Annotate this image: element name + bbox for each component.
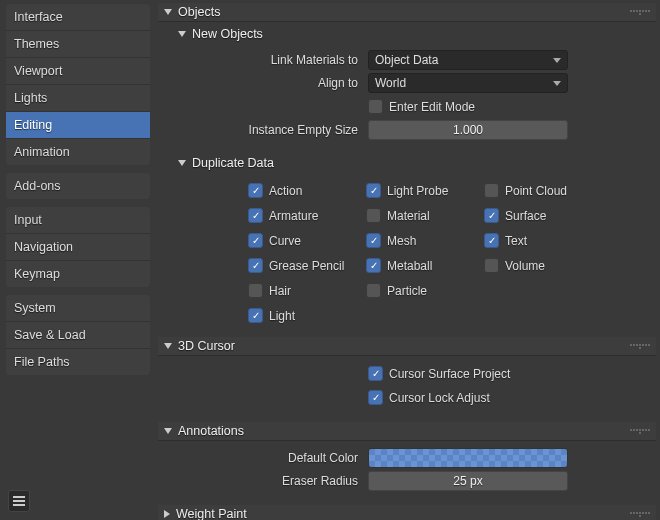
chevron-down-icon	[553, 81, 561, 86]
duplicate-particle-label: Particle	[387, 284, 427, 298]
cursor3d-body: Cursor Surface Project Cursor Lock Adjus…	[158, 356, 656, 419]
sidebar-item-file-paths[interactable]: File Paths	[6, 349, 150, 375]
link-materials-select[interactable]: Object Data	[368, 50, 568, 70]
sidebar-item-keymap[interactable]: Keymap	[6, 261, 150, 287]
sidebar-item-save-load[interactable]: Save & Load	[6, 322, 150, 349]
preferences-sidebar: InterfaceThemesViewportLightsEditingAnim…	[0, 0, 156, 520]
subsection-new-objects[interactable]: New Objects	[158, 25, 656, 43]
duplicate-volume-label: Volume	[505, 259, 545, 273]
sidebar-item-themes[interactable]: Themes	[6, 31, 150, 58]
duplicate-data-item: Surface	[484, 208, 594, 223]
eraser-radius-value: 25 px	[453, 474, 482, 488]
drag-grip-icon[interactable]	[630, 8, 650, 16]
duplicate-volume-checkbox[interactable]	[484, 258, 499, 273]
duplicate-point-cloud-checkbox[interactable]	[484, 183, 499, 198]
duplicate-grease-pencil-label: Grease Pencil	[269, 259, 344, 273]
duplicate-data-item: Mesh	[366, 233, 476, 248]
duplicate-surface-checkbox[interactable]	[484, 208, 499, 223]
section-weight-paint[interactable]: Weight Paint	[158, 505, 656, 520]
instance-empty-size-value: 1.000	[453, 123, 483, 137]
duplicate-curve-label: Curve	[269, 234, 301, 248]
section-annotations[interactable]: Annotations	[158, 422, 656, 441]
link-materials-value: Object Data	[375, 53, 438, 67]
eraser-radius-field[interactable]: 25 px	[368, 471, 568, 491]
align-to-select[interactable]: World	[368, 73, 568, 93]
duplicate-action-checkbox[interactable]	[248, 183, 263, 198]
sidebar-group: InterfaceThemesViewportLightsEditingAnim…	[6, 4, 150, 165]
duplicate-data-item: Material	[366, 208, 476, 223]
caret-down-icon	[178, 160, 186, 166]
duplicate-text-checkbox[interactable]	[484, 233, 499, 248]
link-materials-label: Link Materials to	[168, 53, 368, 67]
duplicate-light-probe-checkbox[interactable]	[366, 183, 381, 198]
duplicate-data-item: Metaball	[366, 258, 476, 273]
default-color-label: Default Color	[168, 451, 368, 465]
duplicate-mesh-checkbox[interactable]	[366, 233, 381, 248]
hamburger-icon	[13, 500, 25, 502]
duplicate-hair-checkbox[interactable]	[248, 283, 263, 298]
sidebar-item-lights[interactable]: Lights	[6, 85, 150, 112]
sidebar-item-animation[interactable]: Animation	[6, 139, 150, 165]
sidebar-item-navigation[interactable]: Navigation	[6, 234, 150, 261]
section-3d-cursor-title: 3D Cursor	[178, 339, 235, 353]
sidebar-group: InputNavigationKeymap	[6, 207, 150, 287]
new-objects-body: Link Materials to Object Data Align to W…	[158, 43, 656, 151]
hamburger-menu-button[interactable]	[8, 490, 30, 512]
preferences-main: Objects New Objects Link Materials to Ob…	[156, 0, 660, 520]
section-3d-cursor[interactable]: 3D Cursor	[158, 337, 656, 356]
sidebar-item-viewport[interactable]: Viewport	[6, 58, 150, 85]
enter-edit-mode-checkbox[interactable]	[368, 99, 383, 114]
duplicate-metaball-label: Metaball	[387, 259, 432, 273]
enter-edit-mode-label: Enter Edit Mode	[389, 100, 475, 114]
duplicate-mesh-label: Mesh	[387, 234, 416, 248]
chevron-down-icon	[553, 58, 561, 63]
subsection-duplicate-data[interactable]: Duplicate Data	[158, 154, 656, 172]
duplicate-data-item: Curve	[248, 233, 358, 248]
subsection-duplicate-data-title: Duplicate Data	[192, 156, 274, 170]
duplicate-data-item: Point Cloud	[484, 183, 594, 198]
duplicate-data-item: Light Probe	[366, 183, 476, 198]
annotations-body: Default Color Eraser Radius 25 px	[158, 441, 656, 502]
sidebar-item-add-ons[interactable]: Add-ons	[6, 173, 150, 199]
eraser-radius-label: Eraser Radius	[168, 474, 368, 488]
duplicate-material-label: Material	[387, 209, 430, 223]
duplicate-light-label: Light	[269, 309, 295, 323]
duplicate-metaball-checkbox[interactable]	[366, 258, 381, 273]
cursor-lock-adjust-label: Cursor Lock Adjust	[389, 391, 490, 405]
sidebar-item-editing[interactable]: Editing	[6, 112, 150, 139]
cursor-surface-project-checkbox[interactable]	[368, 366, 383, 381]
default-color-swatch[interactable]	[368, 448, 568, 468]
sidebar-item-input[interactable]: Input	[6, 207, 150, 234]
duplicate-data-item: Grease Pencil	[248, 258, 358, 273]
duplicate-surface-label: Surface	[505, 209, 546, 223]
duplicate-data-item: Text	[484, 233, 594, 248]
drag-grip-icon[interactable]	[630, 510, 650, 518]
duplicate-point-cloud-label: Point Cloud	[505, 184, 567, 198]
section-objects[interactable]: Objects	[158, 3, 656, 22]
duplicate-hair-label: Hair	[269, 284, 291, 298]
caret-right-icon	[164, 510, 170, 518]
section-annotations-title: Annotations	[178, 424, 244, 438]
duplicate-light-checkbox[interactable]	[248, 308, 263, 323]
duplicate-armature-checkbox[interactable]	[248, 208, 263, 223]
duplicate-data-item: Action	[248, 183, 358, 198]
duplicate-grease-pencil-checkbox[interactable]	[248, 258, 263, 273]
duplicate-data-item: Volume	[484, 258, 594, 273]
caret-down-icon	[178, 31, 186, 37]
duplicate-armature-label: Armature	[269, 209, 318, 223]
duplicate-curve-checkbox[interactable]	[248, 233, 263, 248]
duplicate-material-checkbox[interactable]	[366, 208, 381, 223]
instance-empty-size-field[interactable]: 1.000	[368, 120, 568, 140]
drag-grip-icon[interactable]	[630, 427, 650, 435]
duplicate-data-body: ActionLight ProbePoint CloudArmatureMate…	[158, 172, 656, 334]
drag-grip-icon[interactable]	[630, 342, 650, 350]
sidebar-item-interface[interactable]: Interface	[6, 4, 150, 31]
cursor-lock-adjust-checkbox[interactable]	[368, 390, 383, 405]
section-weight-paint-title: Weight Paint	[176, 507, 247, 520]
caret-down-icon	[164, 9, 172, 15]
duplicate-data-item	[484, 283, 594, 298]
duplicate-light-probe-label: Light Probe	[387, 184, 448, 198]
duplicate-text-label: Text	[505, 234, 527, 248]
duplicate-particle-checkbox[interactable]	[366, 283, 381, 298]
sidebar-item-system[interactable]: System	[6, 295, 150, 322]
